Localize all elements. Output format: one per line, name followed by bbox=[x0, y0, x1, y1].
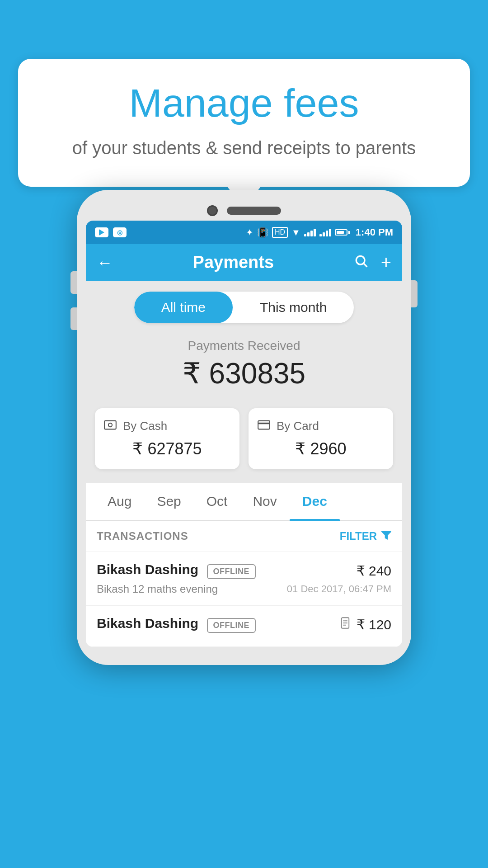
month-sep[interactable]: Sep bbox=[144, 483, 193, 520]
vibrate-icon: 📳 bbox=[257, 227, 268, 238]
filter-button[interactable]: FILTER bbox=[340, 530, 391, 542]
filter-toggle: All time This month bbox=[134, 292, 354, 323]
transaction-top-2: Bikash Dashing OFFLINE ₹ 120 bbox=[97, 616, 391, 633]
month-tabs: Aug Sep Oct Nov Dec bbox=[86, 483, 402, 521]
month-nov[interactable]: Nov bbox=[240, 483, 289, 520]
transaction-right-2: ₹ 120 bbox=[340, 617, 391, 632]
transaction-name-1: Bikash Dashing OFFLINE bbox=[97, 562, 256, 579]
app-icon: ◎ bbox=[113, 227, 127, 237]
transaction-bottom-1: Bikash 12 maths evening 01 Dec 2017, 06:… bbox=[97, 583, 391, 595]
page-title: Payments bbox=[122, 253, 345, 272]
transactions-header: TRANSACTIONS FILTER bbox=[86, 521, 402, 552]
card-card-header: By Card bbox=[258, 419, 384, 433]
time-display: 1:40 PM bbox=[356, 226, 393, 238]
card-amount: ₹ 2960 bbox=[258, 439, 384, 458]
phone-screen: ◎ ✦ 📳 HD ▼ bbox=[86, 221, 402, 647]
payments-summary: Payments Received ₹ 630835 bbox=[86, 334, 402, 404]
transaction-name-2: Bikash Dashing OFFLINE bbox=[97, 616, 256, 633]
month-dec[interactable]: Dec bbox=[290, 483, 340, 520]
transactions-label: TRANSACTIONS bbox=[97, 530, 188, 542]
svg-point-0 bbox=[356, 256, 365, 264]
card-label: By Card bbox=[277, 419, 319, 433]
add-button[interactable]: + bbox=[381, 252, 391, 273]
signal1-icon bbox=[304, 228, 316, 236]
svg-line-1 bbox=[364, 264, 367, 267]
month-oct[interactable]: Oct bbox=[194, 483, 240, 520]
bluetooth-icon: ✦ bbox=[246, 227, 253, 238]
battery-icon bbox=[335, 229, 350, 236]
app-header: ← Payments + bbox=[86, 244, 402, 281]
offline-badge-2: OFFLINE bbox=[207, 618, 256, 633]
all-time-tab[interactable]: All time bbox=[134, 292, 233, 323]
transaction-date-1: 01 Dec 2017, 06:47 PM bbox=[287, 583, 391, 595]
hero-subtitle: of your students & send receipts to pare… bbox=[45, 136, 443, 160]
header-actions: + bbox=[354, 252, 391, 273]
filter-label: FILTER bbox=[340, 530, 377, 542]
status-icons-right: ✦ 📳 HD ▼ bbox=[246, 226, 393, 238]
card-card: By Card ₹ 2960 bbox=[249, 408, 393, 469]
cash-icon bbox=[104, 419, 117, 433]
filter-toggle-container: All time This month bbox=[86, 281, 402, 334]
offline-badge-1: OFFLINE bbox=[207, 564, 256, 579]
youtube-icon bbox=[95, 227, 108, 237]
svg-rect-2 bbox=[104, 421, 116, 429]
cash-label: By Cash bbox=[123, 419, 167, 433]
payment-cards-row: By Cash ₹ 627875 By Card ₹ bbox=[86, 404, 402, 483]
document-icon bbox=[340, 617, 350, 632]
cash-card-header: By Cash bbox=[104, 419, 230, 433]
svg-rect-4 bbox=[258, 421, 270, 429]
speaker bbox=[227, 207, 281, 215]
back-button[interactable]: ← bbox=[97, 253, 113, 272]
payments-total-amount: ₹ 630835 bbox=[99, 357, 389, 390]
camera bbox=[207, 205, 218, 216]
transaction-amount-2: ₹ 120 bbox=[357, 617, 391, 632]
transaction-row-2: Bikash Dashing OFFLINE ₹ 120 bbox=[86, 606, 402, 647]
transaction-top-1: Bikash Dashing OFFLINE ₹ 240 bbox=[97, 562, 391, 579]
search-icon[interactable] bbox=[354, 254, 368, 272]
status-icons-left: ◎ bbox=[95, 227, 127, 237]
card-icon bbox=[258, 419, 270, 433]
month-aug[interactable]: Aug bbox=[95, 483, 144, 520]
phone-mockup: ◎ ✦ 📳 HD ▼ bbox=[77, 190, 411, 665]
svg-point-3 bbox=[108, 423, 112, 427]
transaction-row: Bikash Dashing OFFLINE ₹ 240 Bikash 12 m… bbox=[86, 552, 402, 606]
hero-card: Manage fees of your students & send rece… bbox=[18, 59, 470, 187]
phone-top-bar bbox=[86, 199, 402, 221]
wifi-icon: ▼ bbox=[291, 227, 300, 238]
hd-badge: HD bbox=[272, 227, 288, 238]
transaction-desc-1: Bikash 12 maths evening bbox=[97, 583, 218, 595]
phone-bottom-bar bbox=[86, 647, 402, 656]
hero-title: Manage fees bbox=[45, 81, 443, 125]
cash-card: By Cash ₹ 627875 bbox=[95, 408, 239, 469]
filter-icon bbox=[381, 530, 391, 542]
transaction-amount-1: ₹ 240 bbox=[357, 563, 391, 579]
status-bar: ◎ ✦ 📳 HD ▼ bbox=[86, 221, 402, 244]
phone-body: ◎ ✦ 📳 HD ▼ bbox=[77, 190, 411, 665]
signal2-icon bbox=[319, 228, 331, 236]
cash-amount: ₹ 627875 bbox=[104, 439, 230, 458]
payments-received-label: Payments Received bbox=[99, 339, 389, 353]
this-month-tab[interactable]: This month bbox=[233, 292, 354, 323]
